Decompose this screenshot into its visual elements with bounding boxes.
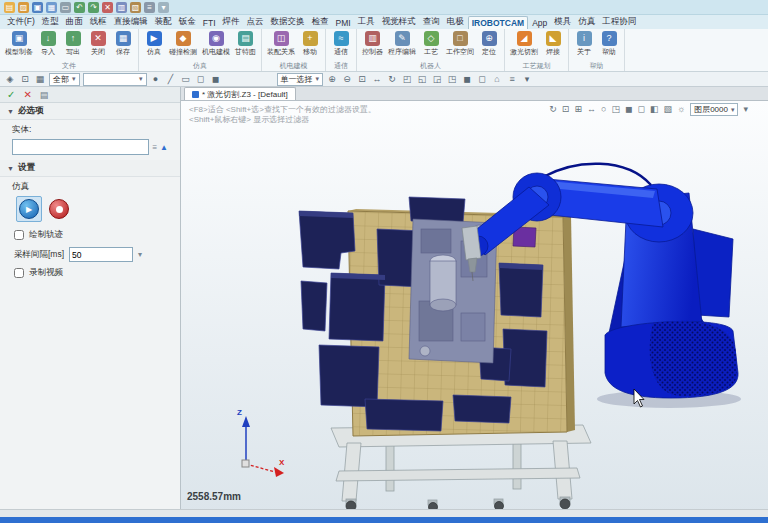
ribbon-button-workspace[interactable]: □工作空间: [444, 30, 476, 61]
zoom-window-icon[interactable]: ⊞: [574, 104, 582, 115]
edge-display-icon[interactable]: ◻: [637, 104, 644, 115]
light-icon[interactable]: ☼: [677, 104, 685, 115]
ribbon-button-about[interactable]: i关于: [572, 30, 596, 61]
tab-sheet-metal[interactable]: 钣金: [176, 15, 199, 29]
ribbon-button-communication[interactable]: ≈通信: [329, 30, 353, 61]
pan-icon[interactable]: ↔: [371, 73, 383, 85]
sample-interval-input[interactable]: [69, 247, 133, 262]
refresh-view-icon[interactable]: ↻: [549, 104, 557, 115]
history-icon[interactable]: ▦: [34, 73, 46, 85]
view-right-icon[interactable]: ◲: [431, 73, 443, 85]
list-icon[interactable]: ≡: [144, 2, 155, 13]
draw-track-checkbox[interactable]: [14, 230, 24, 240]
options-button[interactable]: ▤: [40, 90, 49, 100]
wireframe-mode-icon[interactable]: ◻: [476, 73, 488, 85]
redo-icon[interactable]: ↷: [88, 2, 99, 13]
ribbon-button-laser-cut[interactable]: ◢激光切割: [508, 30, 540, 61]
ribbon-button-move[interactable]: +移动: [298, 30, 322, 61]
save-all-icon[interactable]: ▦: [46, 2, 57, 13]
undo-icon[interactable]: ↶: [74, 2, 85, 13]
filter-solid-icon[interactable]: ◼: [210, 73, 222, 85]
new-file-icon[interactable]: ▤: [4, 2, 15, 13]
tab-collaboration[interactable]: 工程协同: [599, 15, 639, 29]
home-view-icon[interactable]: ⌂: [491, 73, 503, 85]
viewport-canvas[interactable]: Z X <F8>适合 <Shift+选>查找下一个有效的过滤器设置。 <Shif…: [181, 101, 768, 509]
ribbon-button-help[interactable]: ?帮助: [597, 30, 621, 61]
ribbon-button-simulate[interactable]: ▶仿真: [142, 30, 166, 61]
fit-view-icon[interactable]: ⊡: [562, 104, 570, 115]
ribbon-button-locate[interactable]: ⊕定位: [477, 30, 501, 61]
tab-pmi[interactable]: PMI: [333, 17, 354, 29]
display-list-icon[interactable]: ≡: [506, 73, 518, 85]
tab-direct-edit[interactable]: 直接编辑: [111, 15, 151, 29]
rotate-view-icon[interactable]: ↻: [386, 73, 398, 85]
section-required[interactable]: ▼ 必选项: [0, 103, 180, 120]
tab-point-cloud[interactable]: 点云: [244, 15, 267, 29]
entity-filter-icon[interactable]: ◈: [4, 73, 16, 85]
tab-tools[interactable]: 工具: [355, 15, 378, 29]
ribbon-button-weld[interactable]: ◣焊接: [541, 30, 565, 61]
ribbon-button-program-edit[interactable]: ✎程序编辑: [386, 30, 418, 61]
view-front-icon[interactable]: ◱: [416, 73, 428, 85]
play-button[interactable]: ▶: [19, 199, 39, 219]
ribbon-button-close[interactable]: ✕关闭: [86, 30, 110, 61]
ribbon-button-process[interactable]: ◇工艺: [419, 30, 443, 61]
open-file-icon[interactable]: ▨: [18, 2, 29, 13]
tab-fti[interactable]: FTI: [200, 17, 219, 29]
input-pick-icon[interactable]: ▲: [160, 143, 168, 152]
ribbon-button-import[interactable]: ↓导入: [36, 30, 60, 61]
tab-inquiry[interactable]: 查询: [420, 15, 443, 29]
document-tab[interactable]: * 激光切割.Z3 - [Default]: [184, 87, 296, 100]
tab-app[interactable]: App: [529, 17, 550, 29]
paste-icon[interactable]: ▧: [130, 2, 141, 13]
record-button[interactable]: [49, 199, 69, 219]
tab-modeling[interactable]: 造型: [39, 15, 62, 29]
ribbon-button-save[interactable]: ▦保存: [111, 30, 135, 61]
confirm-button[interactable]: ✓: [7, 89, 15, 100]
view-top-icon[interactable]: ◰: [401, 73, 413, 85]
tab-mold[interactable]: 模具: [551, 15, 574, 29]
chevron-down-icon[interactable]: ▾: [138, 250, 142, 259]
filter-curve-icon[interactable]: ╱: [165, 73, 177, 85]
tab-surface[interactable]: 曲面: [63, 15, 86, 29]
ribbon-button-gantt[interactable]: ▤甘特图: [233, 30, 258, 61]
section-settings[interactable]: ▼ 设置: [0, 160, 180, 177]
tab-wireframe[interactable]: 线框: [87, 15, 110, 29]
ribbon-button-model-prep[interactable]: ▣模型制备: [3, 30, 35, 61]
ribbon-button-collision-check[interactable]: ◆碰撞检测: [167, 30, 199, 61]
customize-qat-icon[interactable]: ▾: [158, 2, 169, 13]
tab-visual-style[interactable]: 视觉样式: [379, 15, 419, 29]
zoom-out-icon[interactable]: ⊖: [341, 73, 353, 85]
fit-window-icon[interactable]: ⊡: [356, 73, 368, 85]
more-tools-icon[interactable]: ▾: [521, 73, 533, 85]
record-video-checkbox[interactable]: [14, 268, 24, 278]
copy-icon[interactable]: ▥: [116, 2, 127, 13]
tab-data-exchange[interactable]: 数据交换: [268, 15, 308, 29]
save-icon[interactable]: ▣: [32, 2, 43, 13]
tab-electrode[interactable]: 电极: [444, 15, 467, 29]
cancel-button[interactable]: ✕: [23, 89, 31, 100]
section-view-icon[interactable]: ◧: [650, 104, 659, 115]
print-icon[interactable]: ▭: [60, 2, 71, 13]
layer-dropdown[interactable]: 图层0000▾: [690, 103, 738, 116]
cut-icon[interactable]: ✕: [102, 2, 113, 13]
filter-point-icon[interactable]: ●: [150, 73, 162, 85]
view-cube-icon[interactable]: ◳: [611, 104, 620, 115]
orbit-icon[interactable]: ○: [601, 104, 606, 115]
filter-face-icon[interactable]: ◻: [195, 73, 207, 85]
ribbon-button-controller[interactable]: ▥控制器: [360, 30, 385, 61]
tab-assembly[interactable]: 装配: [152, 15, 175, 29]
ribbon-button-mechatronics[interactable]: ◉机电建模: [200, 30, 232, 61]
shaded-display-icon[interactable]: ◼: [625, 104, 632, 115]
filter-all-dropdown[interactable]: 全部▾: [49, 73, 80, 86]
view-iso-icon[interactable]: ◳: [446, 73, 458, 85]
entity-type-dropdown[interactable]: ▾: [83, 73, 147, 86]
selection-mode-dropdown[interactable]: 单一选择▾: [277, 73, 324, 86]
pick-box-icon[interactable]: ⊡: [19, 73, 31, 85]
ribbon-button-assembly-relation[interactable]: ◫装配关系: [265, 30, 297, 61]
input-filter-icon[interactable]: ≡: [152, 143, 157, 152]
filter-edge-icon[interactable]: ▭: [180, 73, 192, 85]
background-icon[interactable]: ▧: [663, 104, 672, 115]
tab-file[interactable]: 文件(F): [4, 15, 38, 29]
more-views-icon[interactable]: ▾: [743, 104, 748, 115]
